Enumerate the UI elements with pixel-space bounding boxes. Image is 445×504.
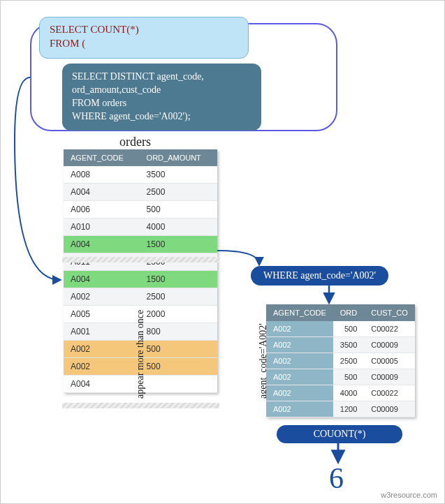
cell-amt: 3500 xyxy=(140,166,217,184)
cell-agent: A002 xyxy=(266,321,333,337)
cell-cust: C00005 xyxy=(364,353,415,369)
cell-amt: 500 xyxy=(140,358,217,376)
cell-agent: A002 xyxy=(266,353,333,369)
cell-agent: A002 xyxy=(64,341,140,358)
cell-amt: 1200 xyxy=(333,401,364,417)
cell-agent: A006 xyxy=(64,201,140,218)
cell-amt: 2500 xyxy=(140,184,217,201)
orders-title: orders xyxy=(119,135,151,149)
cell-cust: C00009 xyxy=(364,369,415,385)
filt-col-cust: CUST_CO xyxy=(364,304,415,321)
filt-col-ord: ORD xyxy=(333,304,364,321)
count-badge: COUONT(*) xyxy=(277,425,402,443)
orders-col-amount: ORD_AMOUNT xyxy=(140,149,217,166)
filt-col-agent: AGENT_CODE xyxy=(266,304,333,321)
cell-amt: 3500 xyxy=(333,337,364,353)
cell-amt: 1500 xyxy=(140,236,217,253)
cell-agent: A001 xyxy=(64,323,140,341)
table-row: A0024000C00022 xyxy=(266,385,415,401)
table-row: A0022500 xyxy=(64,288,217,306)
table-row: A0041500 xyxy=(64,271,217,288)
table-row: A006500 xyxy=(64,201,217,218)
orders-col-agent: AGENT_CODE xyxy=(64,149,140,166)
sql-inner-line4: WHERE agent_code='A002'); xyxy=(72,110,251,124)
count-result: 6 xyxy=(329,461,344,495)
torn-edge-icon xyxy=(62,257,219,262)
cell-amt: 500 xyxy=(333,321,364,337)
cell-amt: 4000 xyxy=(333,385,364,401)
cell-amt: 2500 xyxy=(333,353,364,369)
cell-cust: C00009 xyxy=(364,401,415,417)
cell-agent: A002 xyxy=(266,385,333,401)
sql-outer-line2: FROM ( xyxy=(50,37,238,51)
cell-agent: A010 xyxy=(64,218,140,236)
cell-agent: A004 xyxy=(64,376,140,393)
cell-agent: A004 xyxy=(64,236,140,253)
cell-agent: A008 xyxy=(64,166,140,184)
cell-agent: A004 xyxy=(64,271,140,288)
table-row: A002500C00009 xyxy=(266,369,415,385)
cell-amt: 500 xyxy=(140,201,217,218)
cell-cust: C00022 xyxy=(364,385,415,401)
torn-edge-icon xyxy=(62,403,219,408)
cell-agent: A002 xyxy=(64,288,140,306)
sql-inner-line1: SELECT DISTINCT agent_code, xyxy=(72,71,251,84)
cell-amt: 4000 xyxy=(140,218,217,236)
appear-more-label: appear more than once xyxy=(135,310,146,399)
cell-agent: A002 xyxy=(266,337,333,353)
table-row: A0104000 xyxy=(64,218,217,236)
table-row: A0023500C00009 xyxy=(266,337,415,353)
table-row: A0042500 xyxy=(64,184,217,201)
cell-agent: A002 xyxy=(64,358,140,376)
cell-amt xyxy=(140,376,217,393)
table-row: A0022500C00005 xyxy=(266,353,415,369)
filtered-table: AGENT_CODE ORD CUST_CO A002500C00022A002… xyxy=(266,304,415,417)
cell-cust: C00022 xyxy=(364,321,415,337)
cell-amt: 800 xyxy=(140,323,217,341)
sql-inner-badge: SELECT DISTINCT agent_code, ord_amount,c… xyxy=(62,64,261,131)
sql-inner-line2: ord_amount,cust_code xyxy=(72,84,251,97)
cell-agent: A002 xyxy=(266,369,333,385)
cell-agent: A002 xyxy=(266,401,333,417)
table-row: A0021200C00009 xyxy=(266,401,415,417)
cell-amt: 2000 xyxy=(140,306,217,323)
table-row: A0041500 xyxy=(64,236,217,253)
sql-outer-badge: SELECT COUNT(*) FROM ( xyxy=(39,17,249,59)
cell-cust: C00009 xyxy=(364,337,415,353)
cell-agent: A004 xyxy=(64,184,140,201)
sql-outer-line1: SELECT COUNT(*) xyxy=(50,23,238,37)
cell-amt: 1500 xyxy=(140,271,217,288)
cell-amt: 500 xyxy=(140,341,217,358)
table-row: A002500C00022 xyxy=(266,321,415,337)
diagram-canvas: SELECT COUNT(*) FROM ( SELECT DISTINCT a… xyxy=(0,0,445,504)
sql-inner-line3: FROM orders xyxy=(72,97,251,110)
table-row: A0083500 xyxy=(64,166,217,184)
attribution: w3resource.com xyxy=(381,491,437,499)
where-badge: WHERE agent_code='A002' xyxy=(251,266,388,286)
cell-amt: 2500 xyxy=(140,288,217,306)
cell-agent: A005 xyxy=(64,306,140,323)
cell-amt: 500 xyxy=(333,369,364,385)
